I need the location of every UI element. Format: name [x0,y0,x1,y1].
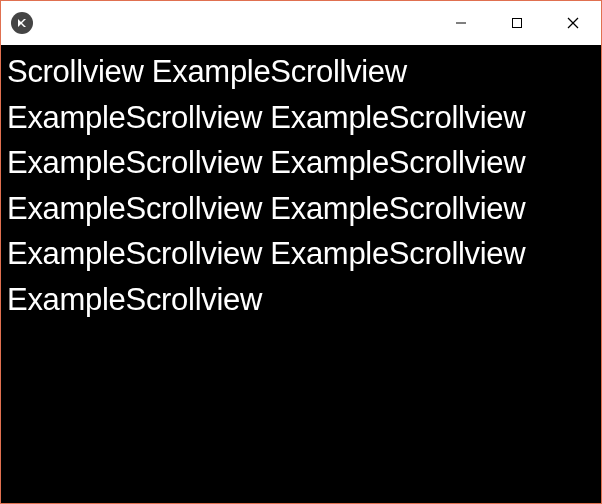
app-window: Scrollview ExampleScrollview ExampleScro… [1,1,601,503]
close-button[interactable] [545,1,601,45]
minimize-icon [455,17,467,29]
content-area[interactable]: Scrollview ExampleScrollview ExampleScro… [1,45,601,503]
app-icon [11,12,33,34]
maximize-button[interactable] [489,1,545,45]
minimize-button[interactable] [433,1,489,45]
window-controls [433,1,601,45]
kivy-icon [16,17,28,29]
titlebar [1,1,601,45]
maximize-icon [511,17,523,29]
svg-rect-1 [513,19,522,28]
scrollview-text: Scrollview ExampleScrollview ExampleScro… [7,49,595,322]
close-icon [567,17,579,29]
